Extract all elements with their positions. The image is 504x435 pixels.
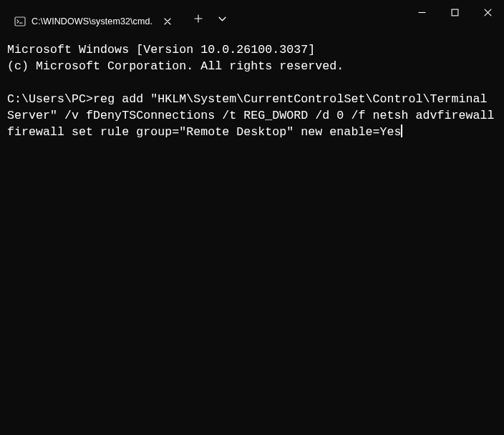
titlebar: C:\WINDOWS\system32\cmd. — [0, 0, 504, 34]
minimize-button[interactable] — [405, 0, 438, 24]
svg-rect-3 — [452, 9, 458, 16]
tab-dropdown-button[interactable] — [211, 7, 233, 30]
terminal-cursor — [401, 124, 402, 137]
tab-title: C:\WINDOWS\system32\cmd. — [32, 16, 152, 26]
new-tab-button[interactable] — [187, 7, 210, 30]
window-controls — [405, 0, 504, 29]
titlebar-drag-region[interactable] — [233, 0, 405, 34]
terminal-line: Microsoft Windows [Version 10.0.26100.30… — [7, 43, 315, 57]
tab-strip: C:\WINDOWS\system32\cmd. — [0, 0, 181, 34]
tab-cmd[interactable]: C:\WINDOWS\system32\cmd. — [6, 9, 181, 34]
maximize-button[interactable] — [438, 0, 471, 24]
terminal-prompt: C:\Users\PC> — [7, 92, 93, 106]
window-close-button[interactable] — [471, 0, 504, 24]
terminal-line: (c) Microsoft Corporation. All rights re… — [7, 59, 344, 73]
cmd-icon — [14, 16, 26, 27]
svg-rect-0 — [15, 17, 25, 26]
tab-close-button[interactable] — [161, 15, 174, 28]
terminal-output[interactable]: Microsoft Windows [Version 10.0.26100.30… — [0, 34, 504, 435]
